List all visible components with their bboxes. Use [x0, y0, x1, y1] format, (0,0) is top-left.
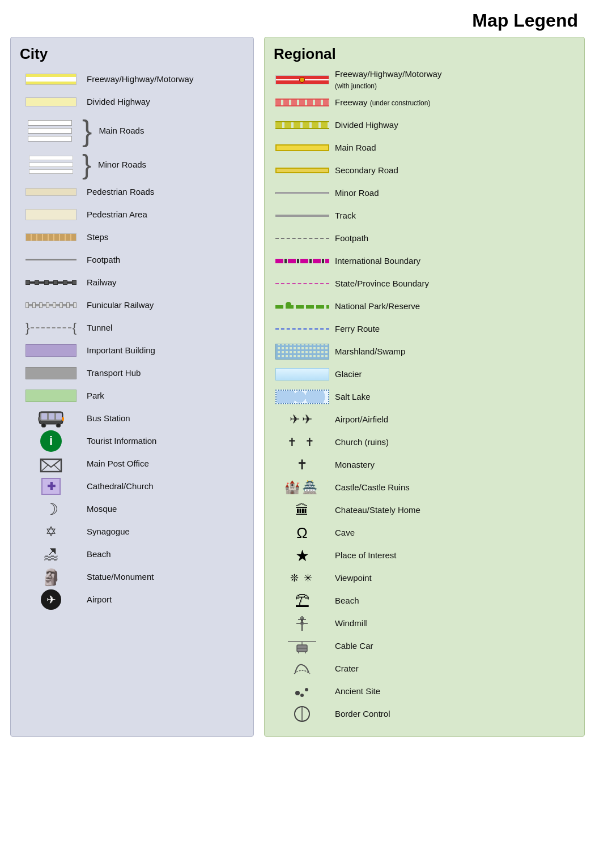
reg-ferry-label: Ferry Route [330, 323, 380, 335]
list-item: 🗿 Statue/Monument [20, 566, 244, 588]
reg-glacier-icon [274, 368, 330, 380]
freeway-highway-icon [20, 74, 82, 85]
list-item: Footpath [274, 228, 575, 249]
info-circle: i [40, 430, 62, 452]
list-item: } Main Roads [20, 114, 244, 148]
svg-point-25 [305, 688, 308, 691]
reg-church-label: Church (ruins) [330, 437, 389, 448]
reg-natpark-label: National Park/Reserve [330, 301, 420, 312]
reg-track-label: Track [330, 210, 356, 221]
park-icon [20, 390, 82, 402]
reg-cablecar-label: Cable Car [330, 640, 373, 652]
list-item: International Boundary [274, 250, 575, 272]
list-item: Important Building [20, 340, 244, 361]
freeway-label: Freeway/Highway/Motorway [82, 74, 193, 85]
list-item: ✈✈ Airport/Airfield [274, 409, 575, 430]
important-building-label: Important Building [82, 345, 155, 356]
list-item: Bus Station [20, 408, 244, 429]
transport-hub-icon [20, 367, 82, 379]
railway-icon [20, 279, 82, 287]
airport-city-icon: ✈ [20, 589, 82, 610]
reg-divided-highway-icon [274, 121, 330, 129]
svg-rect-3 [49, 413, 54, 420]
list-item: Freeway/Highway/Motorway [20, 69, 244, 90]
transport-hub-label: Transport Hub [82, 367, 141, 379]
list-item: Secondary Road [274, 160, 575, 181]
list-item: } { Tunnel [20, 317, 244, 339]
mosque-label: Mosque [82, 503, 117, 515]
list-item: Main Post Office [20, 453, 244, 474]
footpath-label: Footpath [82, 254, 120, 266]
main-post-office-icon [20, 455, 82, 473]
reg-main-road-icon [274, 144, 330, 151]
list-item: Crater [274, 658, 575, 679]
page-title: Map Legend [0, 0, 595, 37]
reg-bordercontrol-icon [274, 705, 330, 723]
reg-saltlake-label: Salt Lake [330, 391, 371, 403]
list-item: ☽ Mosque [20, 498, 244, 520]
svg-rect-2 [41, 413, 47, 420]
svg-point-24 [295, 691, 300, 695]
list-item: 🏰🏯 Castle/Castle Ruins [274, 477, 575, 498]
city-heading: City [20, 45, 244, 63]
list-item: 🏛 Chateau/Stately Home [274, 499, 575, 521]
reg-airport-icon: ✈✈ [274, 412, 330, 427]
reg-windmill-icon [274, 615, 330, 632]
list-item: National Park/Reserve [274, 296, 575, 317]
reg-airport-label: Airport/Airfield [330, 414, 388, 425]
list-item: Salt Lake [274, 386, 575, 408]
pedestrian-area-label: Pedestrian Area [82, 209, 147, 220]
list-item: Pedestrian Roads [20, 181, 244, 203]
reg-freeway-label: Freeway/Highway/Motorway (with junction) [330, 69, 441, 91]
list-item: 🏖 Beach [20, 544, 244, 565]
list-item: ★ Place of Interest [274, 545, 575, 566]
reg-viewpoint-label: Viewpoint [330, 572, 372, 584]
reg-crater-label: Crater [330, 663, 359, 674]
pedestrian-area-icon [20, 209, 82, 220]
cathedral-church-icon: ✚ [20, 478, 82, 495]
funicular-railway-label: Funicular Railway [82, 300, 154, 311]
beach-city-label: Beach [82, 549, 111, 560]
list-item: i Tourist Information [20, 430, 244, 452]
reg-state-boundary-icon [274, 283, 330, 284]
reg-footpath-icon [274, 238, 330, 239]
reg-int-boundary-label: International Boundary [330, 255, 420, 267]
beach-city-icon: 🏖 [20, 546, 82, 563]
list-item: Steps [20, 226, 244, 248]
list-item: ⛱ Beach [274, 590, 575, 612]
list-item: Divided Highway [20, 91, 244, 113]
reg-ferry-icon [274, 328, 330, 330]
park-label: Park [82, 390, 104, 401]
reg-poi-label: Place of Interest [330, 550, 396, 561]
list-item: ❊ ✳ Viewpoint [274, 567, 575, 589]
reg-cablecar-icon [274, 637, 330, 655]
list-item: Freeway (under construction) [274, 92, 575, 113]
reg-saltlake-icon [274, 390, 330, 404]
steps-label: Steps [82, 232, 108, 243]
reg-cave-label: Cave [330, 527, 355, 538]
svg-line-11 [54, 465, 61, 472]
reg-state-boundary-label: State/Province Boundary [330, 278, 429, 289]
reg-minor-road-label: Minor Road [330, 187, 379, 199]
list-item: ✚ Cathedral/Church [20, 476, 244, 497]
svg-point-26 [300, 694, 304, 697]
footpath-icon [20, 259, 82, 261]
bus-station-icon [20, 409, 82, 427]
main-post-office-label: Main Post Office [82, 458, 149, 469]
list-item: Funicular Railway [20, 294, 244, 316]
list-item: ✝ Monastery [274, 454, 575, 476]
reg-int-boundary-icon [274, 259, 330, 263]
divided-highway-icon [20, 97, 82, 106]
funicular-railway-icon [20, 301, 82, 309]
reg-beach-label: Beach [330, 595, 359, 606]
railway-label: Railway [82, 277, 117, 288]
reg-freeway-construction-icon [274, 99, 330, 106]
reg-monastery-label: Monastery [330, 459, 375, 471]
reg-glacier-label: Glacier [330, 369, 362, 380]
bus-station-label: Bus Station [82, 413, 130, 424]
reg-poi-icon: ★ [274, 546, 330, 565]
reg-marshland-icon [274, 344, 330, 360]
main-roads-label: Main Roads [94, 125, 144, 136]
reg-bordercontrol-label: Border Control [330, 708, 390, 720]
svg-point-6 [56, 423, 61, 427]
